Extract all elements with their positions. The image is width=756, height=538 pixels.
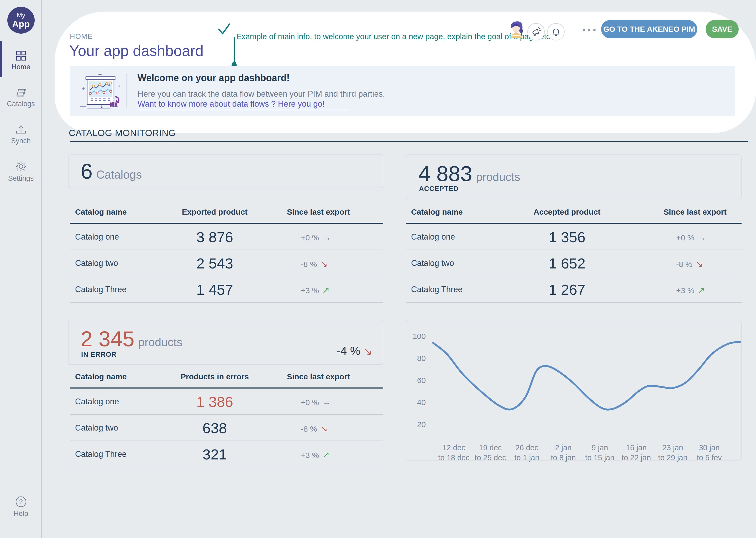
product-count: 1 386 xyxy=(196,393,233,410)
trend-value: +3 %↗ xyxy=(301,450,330,460)
trend-value: +3 %↗ xyxy=(301,285,330,295)
catalog-name: Catalog Three xyxy=(75,285,126,294)
accepted-count-label: products xyxy=(476,171,520,183)
catalog-name: Catalog two xyxy=(75,423,118,433)
sidebar-item-label: Settings xyxy=(8,175,34,182)
trend-value: +3 %↗ xyxy=(676,285,705,295)
product-count: 1 652 xyxy=(548,255,586,272)
annotation-text: Example of main info, to welcome your us… xyxy=(236,32,552,41)
table-row: Catalog two638-8 %↘ xyxy=(70,415,383,441)
trend-line xyxy=(433,342,740,409)
banner-body: Here you can track the data flow between… xyxy=(138,89,385,99)
section-title: CATALOG MONITORING xyxy=(69,128,176,138)
catalogs-count: 6 xyxy=(80,159,93,183)
column-header: Since last export xyxy=(664,207,727,216)
product-count: 3 876 xyxy=(196,229,233,245)
banner-divider xyxy=(126,73,126,108)
welcome-banner: Welcome on your app dashboard! Here you … xyxy=(70,66,735,116)
errors-sublabel: IN ERROR xyxy=(81,350,117,358)
grid-icon xyxy=(16,50,26,61)
product-count: 1 457 xyxy=(196,281,233,298)
catalog-name: Catalog one xyxy=(75,397,119,406)
products-trend-chart: 1008060402012 decto 18 dec19 decto 25 de… xyxy=(406,320,741,460)
trend-flat-icon: → xyxy=(697,232,706,242)
trend-up-icon: ↗ xyxy=(322,285,330,295)
trend-value: -8 %↘ xyxy=(676,258,703,269)
sidebar-item-synch[interactable]: Synch xyxy=(0,124,42,145)
error-products-card: 2 345products IN ERROR -4 %↘ xyxy=(68,320,383,365)
column-header: Catalog name xyxy=(411,207,463,216)
column-header: Exported product xyxy=(182,207,248,216)
product-count: 2 543 xyxy=(196,255,233,272)
trend-value: -8 %↘ xyxy=(301,423,328,434)
banner-title: Welcome on your app dashboard! xyxy=(138,73,290,83)
trend-flat-icon: → xyxy=(322,232,331,242)
svg-text:?: ? xyxy=(19,498,23,505)
sidebar-item-label: Home xyxy=(11,63,30,71)
sidebar-item-help[interactable]: ? Help xyxy=(0,496,42,518)
table-row: Catalog one1 386+0 %→ xyxy=(70,389,383,415)
product-count: 1 267 xyxy=(548,281,586,298)
trend-value: +0 %→ xyxy=(676,232,706,242)
sidebar-item-home[interactable]: Home xyxy=(0,50,42,71)
section-rule xyxy=(70,141,748,142)
product-count: 321 xyxy=(202,446,227,463)
column-header: Accepted product xyxy=(533,207,600,216)
annotation-pointer-line xyxy=(234,37,235,63)
table-row: Catalog Three321+3 %↗ xyxy=(70,441,383,467)
notifications-button[interactable] xyxy=(547,23,565,40)
help-icon: ? xyxy=(15,496,27,508)
sidebar-item-label: Help xyxy=(14,510,28,517)
table-header-row: Catalog nameExported productSince last e… xyxy=(70,202,383,223)
sidebar-item-label: Catalogs xyxy=(7,100,35,108)
table-row: Catalog one3 876+0 %→ xyxy=(70,224,383,250)
breadcrumb[interactable]: HOME xyxy=(70,32,93,41)
error-products-table: Catalog nameProducts in errorsSince last… xyxy=(70,367,383,467)
trend-value: +0 %→ xyxy=(301,397,331,407)
table-header-row: Catalog nameAccepted productSince last e… xyxy=(406,202,741,223)
dashboard-illustration xyxy=(79,72,125,110)
table-row: Catalog Three1 457+3 %↗ xyxy=(70,276,383,303)
trend-down-icon: ↘ xyxy=(696,259,703,269)
app-logo: My App xyxy=(7,7,35,34)
catalog-name: Catalog one xyxy=(75,232,119,242)
announcements-button[interactable] xyxy=(527,23,545,40)
gear-icon xyxy=(15,161,27,172)
table-row: Catalog Three1 267+3 %↗ xyxy=(406,276,741,303)
accepted-products-card: 4 883products ACCEPTED xyxy=(406,154,741,199)
errors-trend: -4 %↘ xyxy=(337,345,372,357)
table-header-row: Catalog nameProducts in errorsSince last… xyxy=(70,367,383,388)
catalog-name: Catalog Three xyxy=(411,285,462,294)
errors-count: 2 345 xyxy=(80,327,134,351)
trend-down-icon: ↘ xyxy=(363,345,372,357)
line-chart-canvas xyxy=(406,320,742,461)
accepted-sublabel: ACCEPTED xyxy=(419,185,458,193)
header-card: HOME Your app dashboard Example of main … xyxy=(55,12,756,133)
accepted-products-table: Catalog nameAccepted productSince last e… xyxy=(406,202,741,303)
save-button[interactable]: SAVE xyxy=(706,20,739,38)
column-header: Products in errors xyxy=(181,372,249,381)
banner-link[interactable]: Want to know more about data flows ? Her… xyxy=(138,99,349,110)
accepted-count: 4 883 xyxy=(418,162,472,186)
sidebar-item-settings[interactable]: Settings xyxy=(0,161,42,183)
trend-down-icon: ↘ xyxy=(320,259,328,269)
errors-count-label: products xyxy=(138,336,182,349)
column-header: Catalog name xyxy=(75,372,127,381)
more-actions-button[interactable] xyxy=(583,29,601,31)
catalog-name: Catalog two xyxy=(411,258,454,268)
user-avatar[interactable] xyxy=(508,20,526,38)
catalog-name: Catalog one xyxy=(411,232,455,242)
trend-up-icon: ↗ xyxy=(697,285,705,295)
trend-value: +0 %→ xyxy=(301,232,331,242)
sidebar-item-catalogs[interactable]: Catalogs xyxy=(0,87,42,108)
trend-up-icon: ↗ xyxy=(322,450,330,460)
catalog-name: Catalog Three xyxy=(75,450,126,459)
header-divider xyxy=(575,20,575,40)
product-count: 1 356 xyxy=(548,229,586,245)
catalog-book-icon xyxy=(16,87,26,98)
megaphone-icon xyxy=(531,27,541,37)
trend-down-icon: ↘ xyxy=(320,423,328,433)
bell-icon xyxy=(551,27,561,37)
go-to-pim-button[interactable]: GO TO THE AKENEO PIM xyxy=(601,20,697,38)
column-header: Since last export xyxy=(287,207,350,216)
